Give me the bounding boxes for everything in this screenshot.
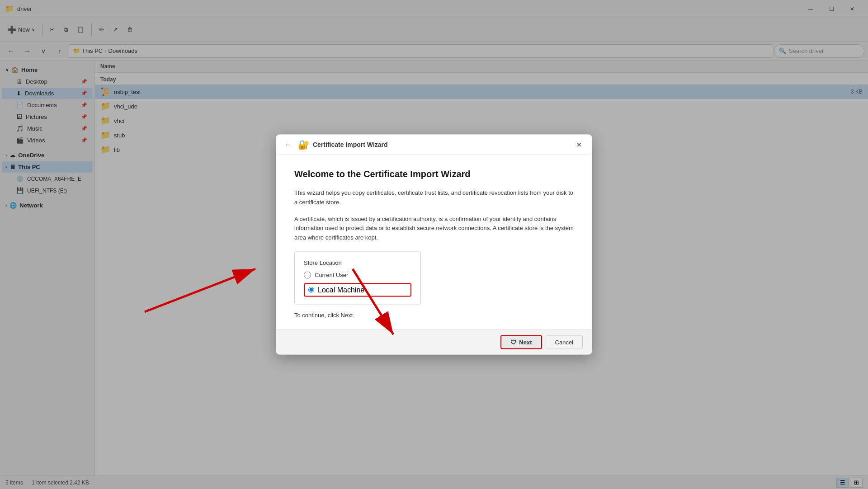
current-user-option[interactable]: Current User — [304, 271, 411, 278]
dialog-footer: 🛡 Next Cancel — [276, 329, 592, 354]
store-location-label: Store Location — [304, 259, 411, 266]
dialog-title-left: ← 🔐 Certificate Import Wizard — [282, 138, 388, 150]
current-user-label: Current User — [315, 272, 348, 278]
certificate-import-wizard-dialog: ← 🔐 Certificate Import Wizard ✕ Welcome … — [276, 134, 592, 355]
dialog-desc2: A certificate, which is issued by a cert… — [294, 214, 574, 242]
dialog-desc1: This wizard helps you copy certificates,… — [294, 188, 574, 207]
local-machine-option[interactable]: Local Machine — [304, 283, 411, 296]
wizard-icon: 🔐 — [298, 139, 309, 150]
local-machine-radio[interactable] — [308, 287, 314, 293]
cancel-button[interactable]: Cancel — [546, 335, 583, 349]
dialog-back-button[interactable]: ← — [282, 138, 294, 150]
local-machine-label: Local Machine — [318, 286, 364, 294]
dialog-body: Welcome to the Certificate Import Wizard… — [276, 155, 592, 329]
shield-icon: 🛡 — [510, 339, 516, 345]
cancel-label: Cancel — [555, 339, 573, 345]
next-button[interactable]: 🛡 Next — [500, 335, 542, 349]
store-location-group: Store Location Current User Local Machin… — [294, 251, 421, 304]
dialog-close-button[interactable]: ✕ — [572, 137, 586, 151]
dialog-title: Certificate Import Wizard — [313, 141, 388, 148]
next-label: Next — [519, 339, 532, 345]
dialog-heading: Welcome to the Certificate Import Wizard — [294, 169, 574, 179]
continue-text: To continue, click Next. — [294, 311, 574, 318]
dialog-title-bar: ← 🔐 Certificate Import Wizard ✕ — [276, 135, 592, 155]
current-user-radio[interactable] — [304, 271, 311, 278]
back-arrow-icon: ← — [285, 141, 291, 148]
close-x-icon: ✕ — [576, 141, 582, 148]
